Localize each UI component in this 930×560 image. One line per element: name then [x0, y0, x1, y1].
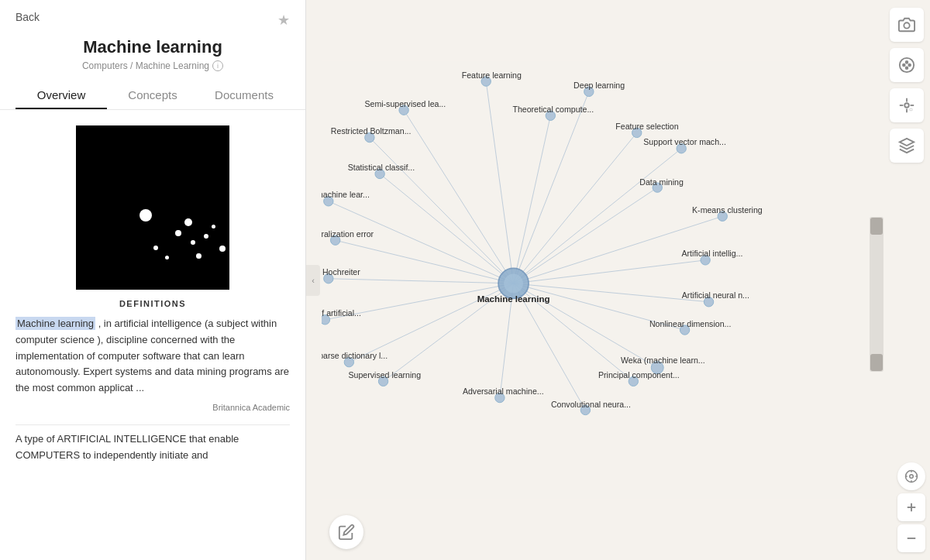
svg-marker-64 — [900, 139, 914, 146]
definition-text-1: Machine learning , in artificial intelli… — [16, 316, 290, 397]
back-button[interactable]: Back — [16, 11, 40, 23]
tab-documents[interactable]: Documents — [198, 81, 290, 109]
svg-point-52 — [908, 64, 911, 67]
node-label-statistical-classif[interactable]: Statistical classif... — [348, 163, 415, 172]
node-label-online-machine-lear[interactable]: Online machine lear... — [322, 190, 370, 199]
node-label-semi-supervised[interactable]: Semi-supervised lea... — [364, 99, 446, 108]
node-label-artificial-neural[interactable]: Artificial neural n... — [682, 290, 749, 300]
node-label-adversarial-machine[interactable]: Adversarial machine... — [463, 387, 544, 396]
panel-toggle-button[interactable]: ‹ — [306, 265, 320, 296]
section-divider — [16, 424, 290, 425]
graph-scrollbar[interactable] — [870, 217, 884, 372]
node-label-restricted-boltzman[interactable]: Restricted Boltzman... — [331, 126, 412, 136]
zoom-in-button[interactable] — [897, 493, 925, 521]
svg-point-48 — [504, 274, 523, 294]
favorite-button[interactable]: ★ — [277, 12, 290, 29]
node-label-support-vector[interactable]: Support vector mach... — [643, 137, 726, 146]
network-add-button[interactable] — [890, 88, 924, 122]
tab-concepts[interactable]: Concepts — [107, 81, 198, 109]
node-label-feature-selection[interactable]: Feature selection — [615, 122, 678, 131]
svg-point-50 — [900, 58, 914, 72]
tab-overview[interactable]: Overview — [16, 81, 107, 109]
node-label-theoretical-compute[interactable]: Theoretical compute... — [512, 105, 594, 114]
camera-button[interactable] — [890, 8, 924, 42]
node-label-sepp-hochreiter[interactable]: Sepp Hochreiter — [322, 267, 360, 277]
source-citation-1: Britannica Academic — [16, 403, 290, 412]
svg-point-49 — [904, 22, 909, 28]
left-panel: Back ★ Machine learning Computers / Mach… — [0, 0, 306, 560]
target-button[interactable] — [897, 462, 925, 490]
node-label-data-mining[interactable]: Data mining — [639, 177, 684, 187]
info-icon[interactable]: i — [212, 60, 223, 71]
layers-button[interactable] — [890, 129, 924, 163]
bottom-toolbar — [897, 462, 925, 552]
definitions-title: DEFINITIONS — [16, 299, 290, 308]
definition-text-2: A type of ARTIFICIAL INTELLIGENCE that e… — [16, 431, 290, 464]
breadcrumb: Computers / Machine Learning i — [16, 60, 290, 71]
svg-point-53 — [903, 64, 905, 67]
svg-point-54 — [906, 67, 908, 69]
node-label-weka-machine-learn[interactable]: Weka (machine learn... — [621, 356, 705, 365]
center-node-label[interactable]: Machine learning — [477, 294, 550, 304]
node-label-types-of-artificial[interactable]: Types of artificial... — [322, 308, 361, 318]
node-label-generalization-error[interactable]: Generalization error — [322, 229, 374, 239]
node-label-sparse-dictionary[interactable]: Sparse dictionary l... — [322, 351, 388, 360]
zoom-out-button[interactable] — [897, 524, 925, 552]
node-label-supervised-learning[interactable]: Supervised learning — [349, 370, 422, 380]
node-label-principal-component[interactable]: Principal component... — [598, 370, 680, 380]
right-panel: ‹ — [306, 0, 930, 560]
content-area: DEFINITIONS Machine learning , in artifi… — [0, 110, 305, 464]
scrollbar-thumb-top[interactable] — [870, 218, 883, 235]
node-label-deep-learning[interactable]: Deep learning — [574, 81, 625, 90]
node-label-k-means[interactable]: K-means clustering — [692, 205, 763, 215]
highlight-text: Machine learning — [16, 317, 95, 330]
edit-button[interactable] — [329, 515, 363, 549]
article-title: Machine learning — [16, 37, 290, 57]
svg-point-66 — [910, 475, 914, 479]
panel-header: Back ★ Machine learning Computers / Mach… — [0, 0, 305, 110]
svg-point-51 — [906, 61, 908, 64]
scrollbar-thumb-bottom[interactable] — [870, 354, 883, 371]
tab-bar: Overview Concepts Documents — [16, 81, 290, 109]
node-label-artificial-intellig[interactable]: Artificial intellig... — [682, 249, 743, 258]
article-image — [76, 125, 229, 290]
node-label-feature-learning[interactable]: Feature learning — [462, 70, 522, 80]
node-label-nonlinear-dimension[interactable]: Nonlinear dimension... — [649, 319, 731, 328]
node-label-convolutional-neura[interactable]: Convolutional neura... — [551, 400, 631, 409]
right-toolbar — [884, 0, 930, 175]
palette-button[interactable] — [890, 48, 924, 82]
concept-graph: Feature learning Deep learning Semi-supe… — [322, 0, 884, 560]
svg-point-55 — [904, 103, 909, 108]
